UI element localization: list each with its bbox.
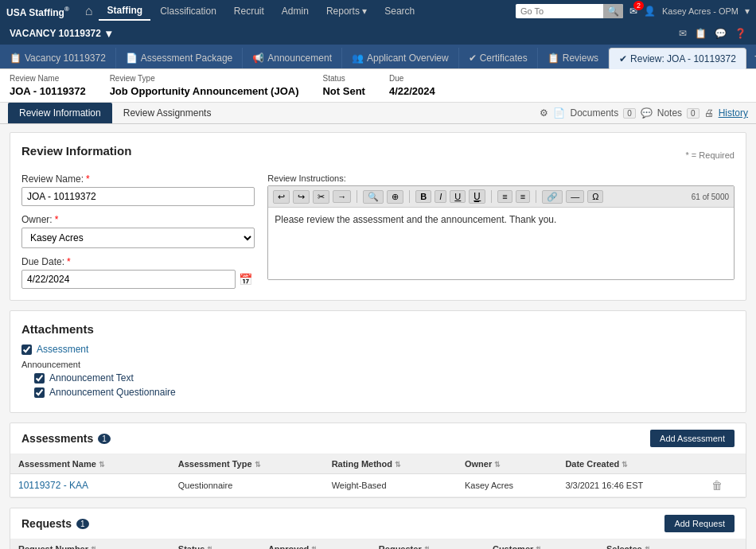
history-label[interactable]: History [719,107,748,119]
tab-review-joa[interactable]: ✔ Review: JOA - 10119372 [609,48,746,69]
app-title: USA Staffing [6,7,64,18]
sub-tab-review-assignments[interactable]: Review Assignments [112,103,223,123]
tool-strikethrough[interactable]: U̲ [469,189,485,204]
sep2 [409,190,410,203]
due-date-input[interactable] [21,270,236,289]
tab-reviews-label: Reviews [563,53,598,64]
th-assessment-name[interactable]: Assessment Name ⇅ [10,454,170,474]
delete-assessment-button[interactable]: 🗑 [711,479,723,492]
announcement-questionnaire-checkbox[interactable] [34,387,45,398]
go-to-search[interactable]: 🔍 [516,4,623,18]
th-assessment-type[interactable]: Assessment Type ⇅ [170,454,324,474]
tool-bold[interactable]: B [415,190,431,203]
envelope-icon[interactable]: ✉ [679,28,687,39]
search-button[interactable]: 🔍 [603,4,623,18]
requests-count: 1 [76,519,89,529]
review-status-group: Status Not Sent [322,74,364,97]
tool-redo[interactable]: ↪ [293,190,310,204]
tab-announcement[interactable]: 📢 Announcement [243,48,342,68]
th-requester[interactable]: Requester ⇅ [371,539,485,549]
review-name-required: * [86,173,90,185]
gear-icon[interactable]: ⚙ [540,107,548,119]
tool-underline[interactable]: U [450,190,466,203]
nav-admin[interactable]: Admin [274,2,317,21]
table-row: 10119372 - KAA Questionnaire Weight-Base… [10,474,746,497]
announcement-questionnaire-label: Announcement Questionnaire [49,387,176,398]
documents-icon[interactable]: 📄 [553,107,565,119]
add-request-button[interactable]: Add Request [664,515,735,532]
th-date-created[interactable]: Date Created ⇅ [557,454,703,474]
nav-reports[interactable]: Reports ▾ [318,2,375,21]
requests-table: Request Number ⇅ Status ⇅ Approved ⇅ Req… [10,539,746,549]
tool-italic[interactable]: I [435,190,446,203]
help-icon[interactable]: ❓ [735,28,746,39]
calendar-icon[interactable]: 📅 [239,273,252,286]
sep3 [491,190,492,203]
th-owner[interactable]: Owner ⇅ [457,454,557,474]
add-assessment-button[interactable]: Add Assessment [650,430,735,447]
tool-cut[interactable]: ✂ [313,190,329,204]
user-caret[interactable]: ▾ [745,6,750,17]
review-status-label: Status [322,74,364,83]
user-icon: 👤 [644,6,656,17]
instructions-field-label: Review Instructions: [267,173,735,183]
review-type-value: Job Opportunity Announcement (JOA) [110,85,299,97]
assessments-table: Assessment Name ⇅ Assessment Type ⇅ Rati… [10,454,746,497]
owner-select[interactable]: Kasey Acres [21,228,255,248]
user-name[interactable]: Kasey Acres - OPM [662,6,738,16]
tab-reviews[interactable]: 📋 Reviews [538,48,609,68]
tool-list-unordered[interactable]: ≡ [516,190,530,203]
tab-vacancy-icon: 📋 [10,53,21,64]
assessment-checkbox[interactable] [21,345,32,355]
th-approved[interactable]: Approved ⇅ [260,539,371,549]
chat-icon[interactable]: 💬 [715,28,727,39]
assessment-link[interactable]: 10119372 - KAA [18,480,88,491]
tabs-bar: 📋 Vacancy 10119372 📄 Assessment Package … [0,45,756,69]
search-input[interactable] [516,5,603,18]
th-selectee[interactable]: Selectee ⇅ [598,539,700,549]
tab-assessment-icon: 📄 [126,53,138,64]
tool-link[interactable]: 🔗 [542,190,563,204]
nav-search[interactable]: Search [376,2,423,21]
review-name-input[interactable] [21,187,255,206]
tab-vacancy[interactable]: 📋 Vacancy 10119372 [0,48,116,68]
char-count: 61 of 5000 [692,193,729,201]
review-type-group: Review Type Job Opportunity Announcement… [110,74,299,97]
print-icon[interactable]: 🖨 [704,107,714,119]
vacancy-caret[interactable]: ▾ [106,27,111,40]
th-rating-method[interactable]: Rating Method ⇅ [324,454,457,474]
review-information-section: Review Information * = Required Review N… [10,132,746,301]
tab-reviews-icon: 📋 [548,53,559,64]
home-icon[interactable]: ⌂ [85,4,93,18]
th-status[interactable]: Status ⇅ [170,539,260,549]
tool-list-ordered[interactable]: ≡ [497,190,512,203]
tab-assessment[interactable]: 📄 Assessment Package [116,48,243,68]
doc-icon[interactable]: 📋 [695,28,707,39]
tool-special[interactable]: ⊕ [387,190,403,204]
assessment-label: Assessment [37,344,88,355]
tool-omega[interactable]: Ω [587,190,603,203]
th-customer[interactable]: Customer ⇅ [485,539,598,549]
nav-staffing[interactable]: Staffing [99,2,150,21]
tool-search[interactable]: 🔍 [363,190,384,204]
tab-add-button[interactable]: + [746,45,756,68]
tab-applicant[interactable]: 👥 Applicant Overview [342,48,459,68]
announcement-text-checkbox[interactable] [34,373,45,384]
notification-icon[interactable]: ✉ 2 [629,6,637,17]
form-right-col: Review Instructions: ↩ ↪ ✂ → 🔍 ⊕ B [267,173,735,289]
tool-line[interactable]: — [566,190,584,203]
tool-undo[interactable]: ↩ [273,190,290,204]
tool-arrow[interactable]: → [333,190,351,203]
announcement-text-attach: Announcement Text [34,372,735,384]
tab-review-joa-icon: ✔ [619,53,627,64]
tab-certificates[interactable]: ✔ Certificates [459,48,538,68]
nav-classification[interactable]: Classification [152,2,224,21]
announcement-text-label: Announcement Text [49,372,134,384]
editor-body[interactable]: Please review the assessment and the ann… [268,208,734,279]
notes-icon[interactable]: 💬 [641,107,653,119]
nav-recruit[interactable]: Recruit [226,2,272,21]
announcement-group: Announcement Announcement Text Announcem… [21,360,735,398]
th-request-number[interactable]: Request Number ⇅ [10,539,170,549]
sub-tabs-left: Review Information Review Assignments [8,103,222,123]
sub-tab-review-info[interactable]: Review Information [8,103,112,123]
